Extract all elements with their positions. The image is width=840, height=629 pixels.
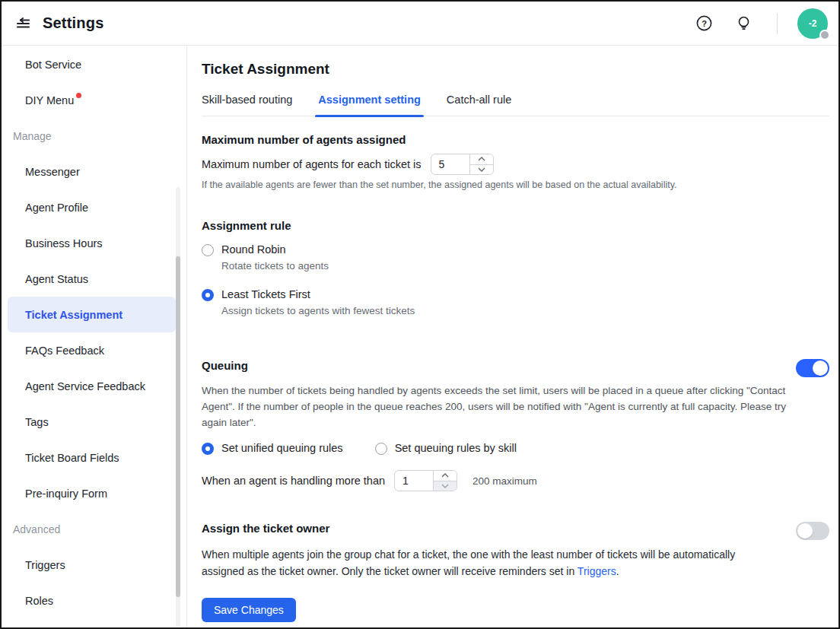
sidebar-item-triggers[interactable]: Triggers [8, 547, 176, 583]
sidebar-section-advanced: Advanced [2, 511, 186, 547]
radio-label: Least Tickets First [221, 288, 415, 300]
radio-option-set-queuing-rules-by-skill[interactable]: Set queuing rules by skill [375, 442, 517, 455]
toggle-knob [797, 523, 813, 538]
svg-text:?: ? [702, 19, 707, 28]
radio-description: Assign tickets to agents with fewest tic… [221, 305, 415, 316]
assignment-rule-heading: Assignment rule [202, 219, 829, 232]
assign-owner-heading: Assign the ticket owner [202, 522, 329, 535]
sidebar-item-ticket-board-fields[interactable]: Ticket Board Fields [8, 440, 176, 475]
avatar[interactable]: -2 [797, 8, 828, 39]
save-changes-button[interactable]: Save Changes [202, 598, 296, 622]
sidebar-item-tags[interactable]: Tags [8, 404, 176, 440]
queue-threshold-value[interactable]: 1 [395, 471, 433, 491]
radio-label: Set queuing rules by skill [395, 442, 517, 454]
spin-down-button[interactable] [470, 165, 493, 175]
help-icon[interactable]: ? [693, 13, 714, 34]
sidebar-scrollbar-thumb[interactable] [176, 256, 180, 597]
sidebar-item-messenger[interactable]: Messenger [8, 154, 176, 189]
section-title: Ticket Assignment [202, 61, 829, 78]
top-bar: Settings ? -2 [2, 2, 838, 46]
queuing-toggle[interactable] [796, 359, 829, 377]
queuing-rules-radio-group: Set unified queuing rulesSet queuing rul… [202, 442, 829, 455]
queuing-section: Queuing When the number of tickets being… [202, 359, 829, 491]
max-agents-input[interactable]: 5 [431, 154, 494, 175]
triggers-link[interactable]: Triggers [578, 565, 616, 577]
sidebar-item-roles[interactable]: Roles [8, 583, 176, 618]
queuing-heading: Queuing [202, 359, 248, 372]
description-text: When multiple agents join the group chat… [202, 548, 735, 577]
assignment-rule-section: Assignment rule Round RobinRotate ticket… [202, 219, 829, 316]
sidebar-item-agent-status[interactable]: Agent Status [8, 261, 176, 297]
max-agents-spinner [469, 154, 493, 174]
radio-icon[interactable] [202, 244, 214, 256]
spin-down-button[interactable] [434, 481, 457, 491]
settings-window: Settings ? -2 [0, 0, 840, 629]
max-agents-label: Maximum number of agents for each ticket… [202, 158, 422, 170]
radio-label: Round Robin [221, 243, 329, 256]
page-title: Settings [43, 14, 104, 32]
radio-icon[interactable] [375, 443, 387, 455]
radio-icon[interactable] [202, 443, 214, 455]
spin-up-button[interactable] [470, 154, 493, 165]
radio-label: Set unified queuing rules [221, 442, 343, 454]
queue-threshold-input[interactable]: 1 [394, 470, 457, 491]
tab-assignment-setting[interactable]: Assignment setting [318, 94, 421, 116]
sidebar-section-manage: Manage [2, 118, 186, 154]
max-agents-heading: Maximum number of agents assigned [202, 133, 829, 146]
sidebar-item-agent-service-feedback[interactable]: Agent Service Feedback [8, 368, 176, 404]
tab-bar: Skill-based routingAssignment settingCat… [202, 94, 829, 116]
max-agents-helper-text: If the available agents are fewer than t… [202, 179, 829, 190]
assignment-rule-radio-group: Round RobinRotate tickets to agentsLeast… [202, 243, 829, 316]
tab-skill-based-routing[interactable]: Skill-based routing [202, 94, 292, 116]
sidebar: Bot ServiceDIY MenuManageMessengerAgent … [2, 46, 187, 627]
sidebar-item-agent-profile[interactable]: Agent Profile [8, 189, 176, 225]
sidebar-item-pre-inquiry-form[interactable]: Pre-inquiry Form [8, 475, 176, 511]
tab-catch-all-rule[interactable]: Catch-all rule [447, 94, 511, 116]
threshold-max-hint: 200 maximum [473, 475, 537, 487]
radio-option-set-unified-queuing-rules[interactable]: Set unified queuing rules [202, 442, 343, 455]
max-agents-section: Maximum number of agents assigned Maximu… [202, 133, 829, 190]
sidebar-item-business-hours[interactable]: Business Hours [8, 225, 176, 261]
menu-fold-icon[interactable] [12, 13, 33, 34]
toggle-knob [813, 361, 828, 376]
threshold-label: When an agent is handling more than [202, 475, 385, 487]
avatar-label: -2 [809, 18, 817, 29]
header-divider [777, 13, 778, 34]
radio-description: Rotate tickets to agents [221, 260, 329, 272]
notification-dot [76, 93, 81, 98]
radio-option-least-tickets-first[interactable]: Least Tickets FirstAssign tickets to age… [202, 288, 829, 316]
assign-owner-section: Assign the ticket owner When multiple ag… [202, 522, 829, 580]
sidebar-item-diy-menu[interactable]: DIY Menu [8, 82, 176, 118]
queuing-description: When the number of tickets being handled… [202, 383, 807, 430]
radio-icon[interactable] [202, 289, 214, 301]
sidebar-item-bot-service[interactable]: Bot Service [8, 46, 176, 82]
assign-owner-toggle[interactable] [796, 522, 829, 540]
avatar-status-badge [819, 30, 830, 40]
sidebar-item-faqs-feedback[interactable]: FAQs Feedback [8, 332, 176, 368]
assign-owner-description: When multiple agents join the group chat… [202, 546, 771, 580]
lightbulb-icon[interactable] [733, 13, 754, 34]
radio-option-round-robin[interactable]: Round RobinRotate tickets to agents [202, 243, 829, 272]
queue-threshold-spinner [433, 471, 457, 491]
max-agents-value[interactable]: 5 [431, 154, 469, 174]
spin-up-button[interactable] [434, 471, 457, 481]
sidebar-item-ticket-assignment[interactable]: Ticket Assignment [8, 297, 176, 332]
main-content: Ticket Assignment Skill-based routingAss… [187, 46, 838, 627]
description-text: . [616, 565, 619, 577]
